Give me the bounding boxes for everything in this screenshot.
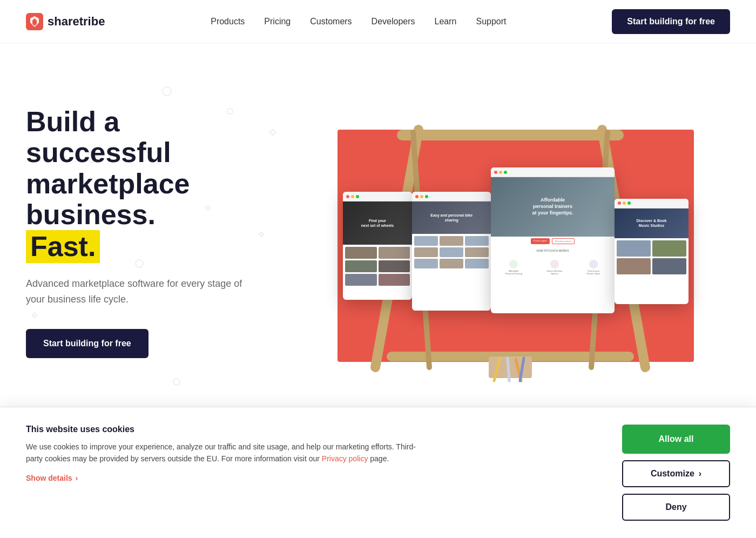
sf-icon-1: AffordablePersonal Training: [505, 260, 522, 275]
bike-thumb-3: [465, 236, 489, 246]
hero-heading-line1: Build a successful: [26, 106, 171, 168]
sf-fitness-hero: Affordablepersonal trainersat your finge…: [491, 177, 615, 237]
car-thumb-6: [379, 274, 410, 286]
car-thumb-1: [345, 247, 377, 259]
nav-cta-button[interactable]: Start building for free: [612, 9, 730, 34]
car-thumb-4: [379, 260, 410, 272]
logo[interactable]: sharetribe: [26, 13, 105, 30]
sf-icon-3: Train at yourPartner Gyms: [587, 260, 600, 275]
sf-dot-yellow: [499, 171, 502, 174]
bike-thumb-2: [440, 236, 463, 246]
sf-nav-pill-1: Find an agent: [531, 238, 549, 244]
easel-container: Find yournext set of wheels: [321, 86, 699, 400]
screenshot-fitness: Affordablepersonal trainersat your finge…: [491, 167, 615, 313]
sf-car-grid: [343, 245, 412, 288]
music-thumb-1: [617, 240, 651, 257]
sf-music-grid: [615, 238, 688, 277]
nav-pricing[interactable]: Pricing: [264, 17, 291, 26]
sf-fitness-nav: Find an agent Become a trainer: [491, 237, 615, 246]
bike-thumb-1: [414, 236, 438, 246]
sf-titlebar-bike: [412, 192, 491, 201]
sf-car-hero: Find yournext set of wheels: [343, 201, 412, 245]
sf-titlebar-fitness: [491, 167, 615, 177]
sf-icon-label-3: Train at yourPartner Gyms: [587, 270, 600, 275]
screenshot-car: Find yournext set of wheels: [343, 192, 412, 300]
nav-learn[interactable]: Learn: [435, 17, 457, 26]
sf-dot-green: [425, 195, 428, 198]
bike-thumb-5: [440, 247, 463, 257]
hero-section: Build a successful marketplace business.…: [0, 43, 756, 421]
bike-thumb-6: [465, 247, 489, 257]
sf-dot-green: [504, 171, 507, 174]
navbar: sharetribe Products Pricing Customers De…: [0, 0, 756, 43]
sf-dot-yellow: [351, 195, 354, 198]
nav-products[interactable]: Products: [211, 17, 245, 26]
sf-dot-yellow: [420, 195, 423, 198]
nav-support[interactable]: Support: [476, 17, 506, 26]
sf-icon-2: Various WorkoutOptions: [546, 260, 562, 275]
hero-visual: Find yournext set of wheels: [265, 43, 756, 421]
hero-cta-button[interactable]: Start building for free: [26, 329, 148, 358]
sf-car-text: Find yournext set of wheels: [361, 218, 394, 228]
sf-fitness-text: Affordablepersonal trainersat your finge…: [532, 197, 573, 216]
car-thumb-2: [379, 247, 410, 259]
logo-text: sharetribe: [48, 15, 105, 29]
cookie-banner: This website uses cookies We use cookies…: [0, 407, 756, 421]
sf-icon-circle-3: [589, 260, 598, 268]
screenshot-music: Discover & BookMusic Studios: [615, 199, 688, 304]
sf-nav-pill-2: Become a trainer: [552, 238, 575, 244]
sf-dot-green: [627, 201, 631, 205]
sf-bike-hero: Easy and personal bikesharing: [412, 201, 491, 234]
sf-dot-green: [356, 195, 359, 198]
sf-dot-red: [415, 195, 418, 198]
sf-titlebar-car: [343, 192, 412, 201]
bike-thumb-4: [414, 247, 438, 257]
sf-music-text: Discover & BookMusic Studios: [636, 218, 666, 228]
sf-icon-circle-2: [550, 260, 559, 268]
bike-thumb-9: [465, 259, 489, 268]
sf-dot-yellow: [623, 201, 626, 205]
car-thumb-3: [345, 260, 377, 272]
logo-icon: [26, 13, 43, 30]
sf-bike-grid: [412, 234, 491, 271]
sf-fitness-icons: AffordablePersonal Training Various Work…: [491, 255, 615, 277]
sf-titlebar-music: [615, 199, 688, 209]
hero-heading-line2: marketplace business.: [26, 168, 190, 230]
nav-links: Products Pricing Customers Developers Le…: [211, 17, 506, 26]
sf-fitness-subtitle: HOW FITCOACH WORKS: [491, 246, 615, 255]
hero-heading: Build a successful marketplace business.…: [26, 106, 255, 263]
music-thumb-2: [652, 240, 686, 257]
sf-bike-text: Easy and personal bikesharing: [430, 213, 473, 223]
music-thumb-4: [652, 258, 686, 274]
sf-icon-label-2: Various WorkoutOptions: [546, 270, 562, 275]
sf-icon-circle-1: [509, 260, 518, 268]
sf-dot-red: [618, 201, 621, 205]
nav-developers[interactable]: Developers: [372, 17, 415, 26]
hero-heading-highlight: Fast.: [26, 230, 100, 263]
sf-music-hero: Discover & BookMusic Studios: [615, 209, 688, 238]
hero-subtext: Advanced marketplace software for every …: [26, 276, 255, 307]
screenshot-bike: Easy and personal bikesharing: [412, 192, 491, 311]
screenshots-area: Find yournext set of wheels: [338, 130, 694, 362]
sf-dot-red: [494, 171, 497, 174]
hero-content: Build a successful marketplace business.…: [0, 74, 281, 391]
music-thumb-3: [617, 258, 651, 274]
bike-thumb-7: [414, 259, 438, 268]
bike-thumb-8: [440, 259, 463, 268]
car-thumb-5: [345, 274, 377, 286]
sf-icon-label-1: AffordablePersonal Training: [505, 270, 522, 275]
nav-customers[interactable]: Customers: [310, 17, 352, 26]
sf-dot-red: [346, 195, 349, 198]
